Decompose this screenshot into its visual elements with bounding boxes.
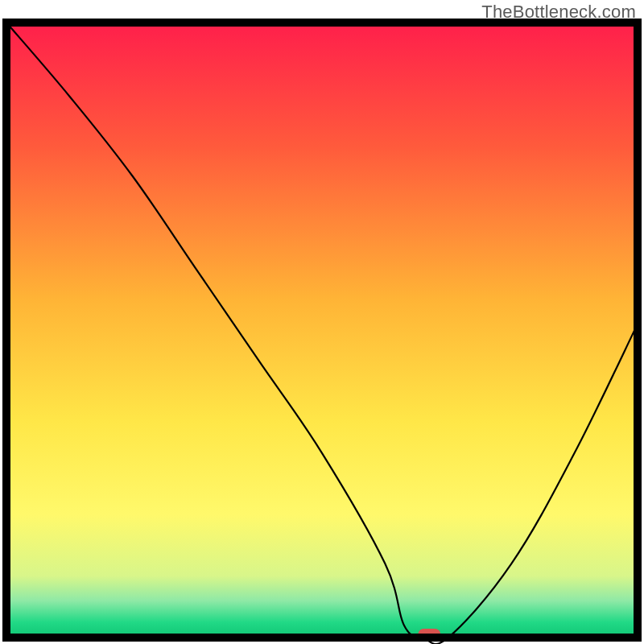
chart-background	[6, 23, 638, 638]
chart-container: TheBottleneck.com	[0, 0, 644, 644]
watermark-text: TheBottleneck.com	[481, 2, 636, 23]
bottleneck-chart	[0, 0, 644, 644]
